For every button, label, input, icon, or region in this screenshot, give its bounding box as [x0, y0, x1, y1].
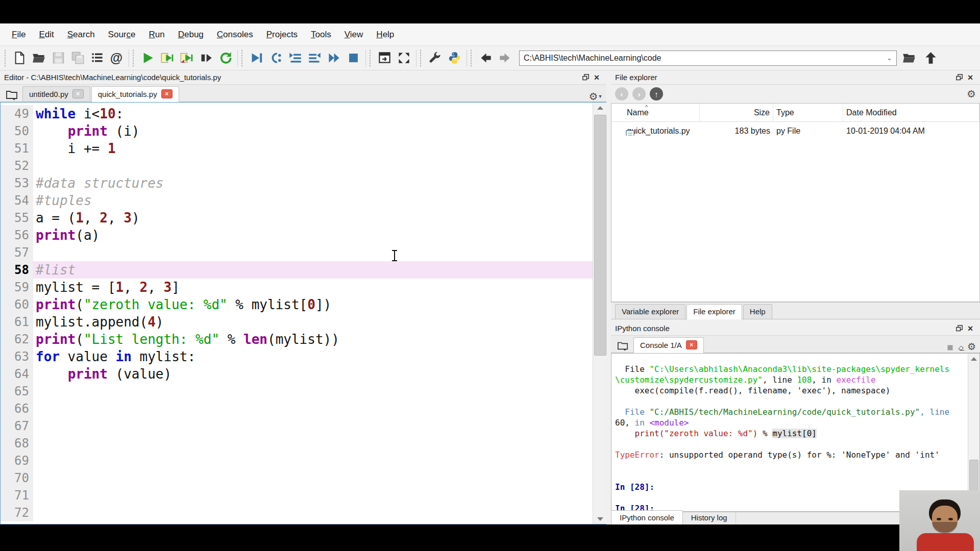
code-line-59: 59mylist = [1, 2, 3]	[1, 279, 593, 296]
new-file-button[interactable]	[10, 49, 29, 67]
step-into-button[interactable]	[286, 49, 304, 67]
text-cursor	[391, 250, 398, 262]
undock-pane-icon[interactable]	[953, 323, 965, 334]
close-pane-icon[interactable]: ×	[965, 323, 976, 334]
bottom-tab-ipython-console[interactable]: IPython console	[611, 510, 683, 525]
editor-scroll-thumb[interactable]	[594, 115, 606, 356]
debug-icon	[250, 51, 263, 65]
address-bar[interactable]: C:\ABHIS\tech\MachineLearning\code⌄	[519, 51, 897, 66]
panel-tab-file-explorer[interactable]: File explorer	[687, 304, 742, 319]
menu-run[interactable]: Run	[142, 27, 171, 43]
back-button[interactable]	[476, 49, 495, 67]
stop-button[interactable]	[344, 49, 362, 67]
rerun-cell-button[interactable]	[216, 49, 234, 67]
code-line-57: 57	[1, 244, 593, 261]
fullscreen-button[interactable]	[395, 49, 413, 67]
editor-options-gear-icon[interactable]: ⚙▼	[590, 91, 601, 102]
undock-pane-icon[interactable]	[953, 72, 965, 83]
menu-source[interactable]: Source	[102, 27, 142, 43]
continue-button[interactable]	[325, 49, 343, 67]
step-return-button[interactable]	[305, 49, 324, 67]
undock-pane-icon[interactable]	[580, 72, 591, 83]
column-header-date-modified[interactable]: Date Modified	[843, 104, 979, 121]
column-header-type[interactable]: Type	[773, 104, 843, 121]
line-number: 60	[1, 296, 33, 313]
code-editor[interactable]: 49while i<10:50 print (i)51 i += 15253#d…	[0, 102, 607, 524]
open-file-icon	[32, 51, 46, 65]
menu-tools[interactable]: Tools	[304, 27, 338, 43]
menu-file[interactable]: File	[5, 27, 32, 43]
file-row[interactable]: quick_tutorials.py183 bytespy File10-01-…	[611, 122, 979, 140]
explorer-forward-icon[interactable]: ›	[632, 87, 646, 101]
browse-tabs-icon[interactable]	[614, 338, 631, 353]
forward-button[interactable]	[496, 49, 514, 67]
close-tab-icon[interactable]: ×	[72, 89, 84, 98]
editor-tab-untitled0.py[interactable]: untitled0.py×	[22, 86, 90, 102]
bottom-tab-history-log[interactable]: History log	[683, 511, 736, 525]
close-pane-icon[interactable]: ×	[965, 72, 976, 83]
interrupt-kernel-icon[interactable]	[945, 342, 956, 353]
explorer-options-gear-icon[interactable]: ⚙	[967, 88, 976, 100]
save-button[interactable]	[49, 49, 67, 67]
console-scroll-thumb[interactable]	[969, 460, 978, 491]
open-dir-button[interactable]	[900, 49, 918, 67]
preferences-button[interactable]	[426, 49, 444, 67]
explorer-up-icon[interactable]: ↑	[650, 87, 663, 101]
file-table: Name^SizeTypeDate Modifiedquick_tutorial…	[611, 103, 980, 302]
editor-tab-quick_tutorials.py[interactable]: quick_tutorials.py×	[91, 86, 179, 102]
debug-button[interactable]	[247, 49, 265, 67]
close-tab-icon[interactable]: ×	[161, 89, 173, 98]
scroll-up-arrow[interactable]	[968, 354, 979, 364]
scroll-up-arrow[interactable]	[593, 103, 607, 113]
console-tab[interactable]: Console 1/A ×	[633, 337, 704, 353]
console-output[interactable]: File "C:\Users\abhilash\Anaconda3\lib\si…	[611, 353, 980, 512]
run-cell-advance-button[interactable]	[177, 49, 195, 67]
console-options-gear-icon[interactable]: ⚙	[967, 341, 976, 353]
code-area[interactable]: 49while i<10:50 print (i)51 i += 15253#d…	[1, 103, 593, 524]
python-path-button[interactable]	[445, 49, 463, 67]
open-file-button[interactable]	[30, 49, 48, 67]
console-vertical-scrollbar[interactable]	[968, 354, 979, 511]
run-button[interactable]	[138, 49, 157, 67]
menu-search[interactable]: Search	[61, 27, 102, 43]
browse-tabs-icon[interactable]	[3, 87, 20, 102]
menu-consoles[interactable]: Consoles	[210, 27, 260, 43]
run-selection-button[interactable]	[197, 49, 215, 67]
step-over-button[interactable]	[266, 49, 285, 67]
menu-debug[interactable]: Debug	[172, 27, 210, 43]
menu-projects[interactable]: Projects	[260, 27, 304, 43]
console-title-text: IPython console	[615, 324, 670, 333]
file-table-header: Name^SizeTypeDate Modified	[611, 104, 979, 122]
save-all-button[interactable]	[68, 49, 87, 67]
explorer-back-icon[interactable]: ‹	[615, 87, 628, 101]
symbol-finder-button[interactable]: @	[107, 49, 126, 67]
line-number: 63	[1, 348, 33, 365]
editor-pane-title: Editor - C:\ABHIS\tech\MachineLearning\c…	[0, 70, 606, 85]
close-console-tab-icon[interactable]: ×	[686, 340, 697, 349]
column-header-name[interactable]: Name^	[611, 104, 700, 121]
code-text: #list	[33, 261, 593, 279]
menu-help[interactable]: Help	[370, 27, 401, 43]
panel-tab-variable-explorer[interactable]: Variable explorer	[615, 304, 685, 319]
column-header-size[interactable]: Size	[700, 104, 773, 121]
working-directory-path[interactable]: C:\ABHIS\tech\MachineLearning\code	[524, 54, 885, 63]
new-file-icon	[13, 51, 27, 65]
fullscreen-icon	[397, 51, 411, 65]
maximize-pane-button[interactable]	[375, 49, 394, 67]
vertical-splitter[interactable]	[606, 70, 611, 524]
file-explorer-title-text: File explorer	[615, 73, 657, 82]
close-pane-icon[interactable]: ×	[591, 72, 602, 83]
run-cell-button[interactable]	[158, 49, 176, 67]
menu-view[interactable]: View	[338, 27, 370, 43]
parent-dir-button[interactable]	[921, 49, 940, 67]
panel-tab-help[interactable]: Help	[743, 304, 772, 319]
menu-edit[interactable]: Edit	[32, 27, 60, 43]
code-line-56: 56print(a)	[1, 227, 593, 244]
scroll-down-arrow[interactable]	[593, 514, 607, 524]
line-number: 67	[1, 417, 33, 435]
toolbar-group-3	[373, 49, 415, 67]
clear-console-eraser-icon[interactable]	[956, 342, 967, 353]
dropdown-arrow-icon[interactable]: ⌄	[887, 54, 892, 62]
editor-vertical-scrollbar[interactable]	[593, 103, 607, 524]
file-switcher-button[interactable]	[88, 49, 106, 67]
